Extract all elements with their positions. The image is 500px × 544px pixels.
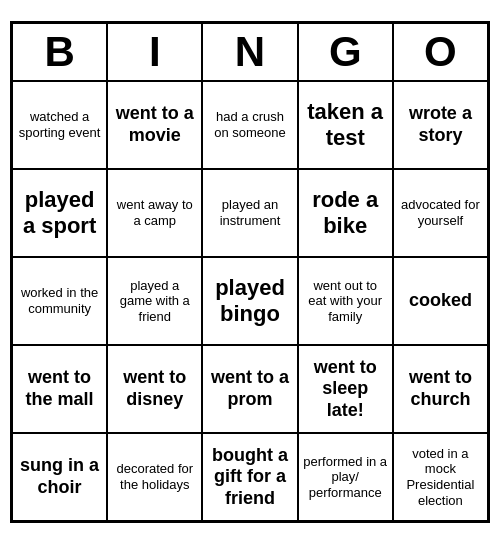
bingo-letter-g: G <box>298 23 393 81</box>
bingo-grid: watched a sporting eventwent to a movieh… <box>12 81 488 521</box>
bingo-cell-2: had a crush on someone <box>202 81 297 169</box>
bingo-cell-17: went to a prom <box>202 345 297 433</box>
bingo-cell-13: went out to eat with your family <box>298 257 393 345</box>
bingo-cell-22: bought a gift for a friend <box>202 433 297 521</box>
bingo-cell-10: worked in the community <box>12 257 107 345</box>
bingo-cell-0: watched a sporting event <box>12 81 107 169</box>
bingo-cell-18: went to sleep late! <box>298 345 393 433</box>
bingo-cell-4: wrote a story <box>393 81 488 169</box>
bingo-cell-24: voted in a mock Presidential election <box>393 433 488 521</box>
bingo-cell-19: went to church <box>393 345 488 433</box>
bingo-cell-8: rode a bike <box>298 169 393 257</box>
bingo-cell-3: taken a test <box>298 81 393 169</box>
bingo-cell-1: went to a movie <box>107 81 202 169</box>
bingo-cell-6: went away to a camp <box>107 169 202 257</box>
bingo-header: BINGO <box>12 23 488 81</box>
bingo-cell-12: played bingo <box>202 257 297 345</box>
bingo-cell-11: played a game with a friend <box>107 257 202 345</box>
bingo-cell-9: advocated for yourself <box>393 169 488 257</box>
bingo-letter-o: O <box>393 23 488 81</box>
bingo-letter-b: B <box>12 23 107 81</box>
bingo-cell-7: played an instrument <box>202 169 297 257</box>
bingo-cell-20: sung in a choir <box>12 433 107 521</box>
bingo-cell-16: went to disney <box>107 345 202 433</box>
bingo-cell-21: decorated for the holidays <box>107 433 202 521</box>
bingo-letter-n: N <box>202 23 297 81</box>
bingo-cell-23: performed in a play/ performance <box>298 433 393 521</box>
bingo-cell-15: went to the mall <box>12 345 107 433</box>
bingo-cell-14: cooked <box>393 257 488 345</box>
bingo-cell-5: played a sport <box>12 169 107 257</box>
bingo-card: BINGO watched a sporting eventwent to a … <box>10 21 490 523</box>
bingo-letter-i: I <box>107 23 202 81</box>
